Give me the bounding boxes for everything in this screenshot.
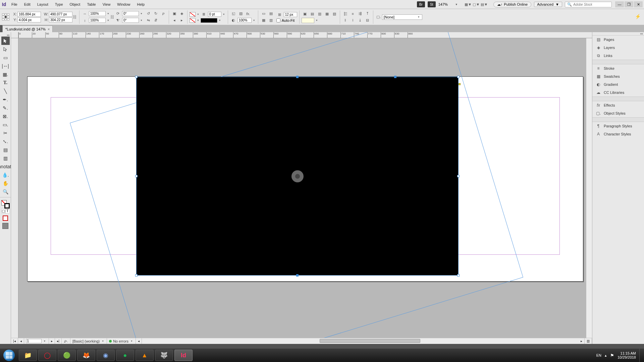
scale-x-input[interactable]	[89, 11, 106, 16]
menu-file[interactable]: File	[8, 0, 21, 9]
workspace-switcher[interactable]: Advanced ▼	[534, 2, 562, 7]
chevron-down-icon[interactable]: ▼	[455, 3, 458, 6]
fill-color-swatch[interactable]	[302, 18, 314, 23]
constrain-wh-icon[interactable]: ⛓	[72, 10, 77, 24]
handle-extra[interactable]	[394, 76, 396, 78]
handle-s[interactable]	[296, 274, 299, 277]
panel-pages[interactable]: ▤Pages	[592, 36, 644, 44]
prev-object-icon[interactable]: ◂	[171, 17, 178, 23]
first-page-button[interactable]: |◂	[11, 338, 18, 344]
stroke-style-swatch[interactable]	[201, 18, 217, 23]
next-object-icon[interactable]: ▸	[178, 17, 185, 23]
expand-dock-icon[interactable]: ◂◂	[592, 32, 644, 36]
menu-object[interactable]: Object	[66, 0, 84, 9]
scale-y-input[interactable]	[89, 18, 106, 23]
panel-character-styles[interactable]: ACharacter Styles	[592, 130, 644, 138]
hand-tool-icon[interactable]: ✋	[1, 179, 10, 187]
tray-expand-icon[interactable]: ▴	[605, 353, 607, 358]
scissors-tool-icon[interactable]: ✂	[1, 129, 10, 137]
type-tool-icon[interactable]: T.	[1, 78, 10, 87]
screen-mode-icon[interactable]: ▢▼	[473, 1, 480, 7]
stroke-weight-input[interactable]	[208, 12, 221, 17]
autofit-checkbox[interactable]	[276, 18, 280, 22]
taskbar-gimp[interactable]: 🐺	[155, 350, 173, 361]
panel-stroke[interactable]: ≡Stroke	[592, 64, 644, 72]
y-input[interactable]	[17, 17, 41, 22]
h-input[interactable]	[49, 17, 72, 22]
select-content-icon[interactable]: ◈	[178, 11, 185, 17]
adobe-stock-search[interactable]: 🔍	[565, 2, 612, 7]
center-content-icon[interactable]: ▦	[324, 11, 330, 17]
panel-cc-libraries[interactable]: ☁CC Libraries	[592, 88, 644, 97]
status-style[interactable]: [Basic] (working)	[72, 339, 100, 343]
prev-page-button[interactable]: ◂	[18, 338, 24, 344]
panel-swatches[interactable]: ▦Swatches	[592, 72, 644, 80]
stroke-swatch-icon[interactable]	[190, 18, 196, 23]
fill-stroke-icon[interactable]	[1, 200, 10, 208]
pasteboard[interactable]	[18, 38, 586, 338]
start-button[interactable]	[0, 349, 18, 362]
shear-input[interactable]	[122, 18, 139, 23]
gap-tool-icon[interactable]: |↔|	[1, 62, 10, 70]
arrange-icon[interactable]: ▤▼	[481, 1, 488, 7]
menu-type[interactable]: Type	[52, 0, 66, 9]
next-page-button[interactable]: ▸	[49, 338, 55, 344]
live-corner-icon[interactable]	[459, 83, 461, 85]
opacity-input[interactable]	[237, 18, 252, 23]
taskbar-indesign[interactable]: Id	[174, 350, 193, 361]
wrap-shape-icon[interactable]: ▦	[260, 17, 267, 23]
p-icon[interactable]: P	[160, 11, 167, 17]
taskbar-chrome[interactable]: 🟢	[58, 350, 76, 361]
pencil-tool-icon[interactable]: ✎.	[1, 104, 10, 112]
rectangle-frame-tool-icon[interactable]: ⊠.	[1, 112, 10, 120]
collapse-tools-icon[interactable]: ▸▸	[0, 34, 11, 37]
fit-frame-icon[interactable]: ▥	[316, 11, 323, 17]
menu-help[interactable]: Help	[133, 0, 148, 9]
screen-mode-tool-icon[interactable]	[2, 223, 8, 229]
align-bottom-icon[interactable]: ⤓	[357, 17, 364, 23]
fit-content-icon[interactable]: ▤	[309, 11, 316, 17]
fill-frame-icon[interactable]: ▣	[302, 11, 308, 17]
panel-links[interactable]: ⧉Links	[592, 52, 644, 60]
align-center-icon[interactable]: ≡	[350, 11, 356, 17]
wrap-bbox-icon[interactable]: ▤	[268, 11, 274, 17]
gap-input[interactable]	[284, 12, 297, 17]
taskbar-steam[interactable]: ◉	[97, 350, 115, 361]
split-view-icon[interactable]: ▥	[585, 338, 592, 344]
apply-color-icon[interactable]	[3, 216, 8, 221]
object-style-dropdown[interactable]: [None] ▼	[382, 14, 422, 20]
align-top-icon[interactable]: ⤒	[364, 11, 371, 17]
scrollbar-thumb[interactable]	[320, 339, 420, 343]
handle-w[interactable]	[135, 175, 138, 177]
preflight-label[interactable]: No errors	[113, 339, 128, 343]
corner-icon[interactable]: ◱	[230, 11, 237, 17]
ruler-origin[interactable]	[11, 32, 18, 38]
rotate-ccw-icon[interactable]: ↺	[145, 11, 152, 17]
scroll-right-button[interactable]: ▸	[579, 338, 585, 344]
w-input[interactable]	[49, 12, 72, 17]
taskbar-spotify[interactable]: ●	[116, 350, 134, 361]
horizontal-ruler[interactable]: 0205080110140170200230260290320350380410…	[18, 32, 592, 38]
object-style-icon[interactable]: ▢.	[375, 14, 382, 20]
minimize-button[interactable]: —	[615, 1, 624, 7]
quick-apply-icon[interactable]: ⚡	[635, 14, 641, 19]
direct-selection-tool-icon[interactable]	[1, 45, 10, 53]
handle-n[interactable]	[296, 76, 299, 78]
fill-swatch-icon[interactable]	[190, 12, 196, 17]
menu-window[interactable]: Window	[114, 0, 133, 9]
rotate-cw-icon[interactable]: ↻	[153, 11, 159, 17]
panel-layers[interactable]: ◈Layers	[592, 44, 644, 52]
handle-ne[interactable]	[457, 76, 460, 78]
selection-tool-icon[interactable]	[1, 37, 10, 45]
handle-se[interactable]	[457, 274, 460, 277]
distribute-h-icon[interactable]: ⫴	[342, 17, 349, 23]
gradient-swatch-tool-icon[interactable]: ▤	[1, 145, 10, 154]
eyedropper-tool-icon[interactable]: 💧.	[1, 171, 10, 179]
panel-effects[interactable]: fxEffects	[592, 101, 644, 109]
handle-sw[interactable]	[135, 274, 138, 277]
zoom-level[interactable]: ▼	[438, 2, 462, 6]
page-number-input[interactable]	[26, 339, 42, 343]
panel-object-styles[interactable]: ▢.Object Styles	[592, 109, 644, 117]
fit-prop-icon[interactable]: ▧	[331, 11, 338, 17]
bridge-icon[interactable]: Br	[417, 1, 425, 7]
